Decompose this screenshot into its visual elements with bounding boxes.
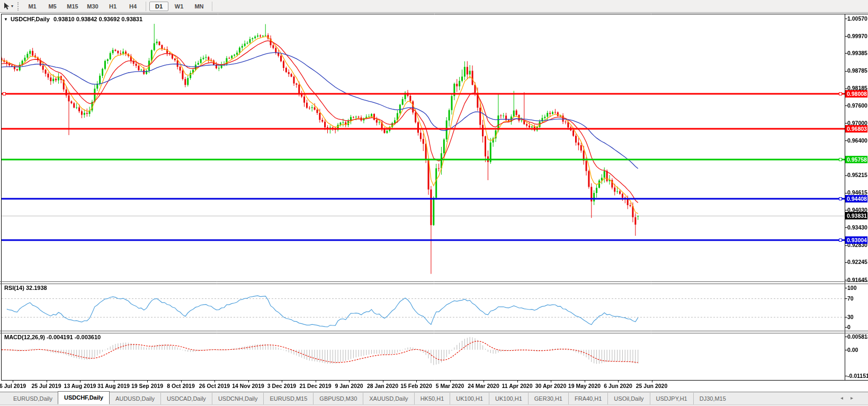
price-tick-label: 0.96400 xyxy=(847,137,868,144)
date-tick-label: 28 Jan 2020 xyxy=(367,383,398,390)
timeframe-button-m1[interactable]: M1 xyxy=(23,2,42,11)
price-line-label: 0.96803 xyxy=(845,125,867,133)
toolbar-separator xyxy=(146,2,146,11)
date-tick-label: 9 Jan 2020 xyxy=(335,383,363,390)
chart-tab-gbpusd-m30[interactable]: GBPUSD,M30 xyxy=(313,393,363,404)
date-tick-label: 19 May 2020 xyxy=(568,383,601,390)
macd-tick-label: 0.00 xyxy=(847,347,868,354)
date-tick-label: 13 Aug 2019 xyxy=(64,383,96,390)
chart-tab-bar: EURUSD,DailyUSDCHF,DailyAUDUSD,DailyUSDC… xyxy=(0,392,868,406)
chart-tab-hk50-h1[interactable]: HK50,H1 xyxy=(414,393,450,404)
timeframe-button-d1[interactable]: D1 xyxy=(149,2,168,11)
chart-tab-eurusd-m15[interactable]: EURUSD,M15 xyxy=(263,393,313,404)
chart-tab-eurusd-daily[interactable]: EURUSD,Daily xyxy=(7,393,58,404)
tab-scroll-arrows: ◂▸ xyxy=(840,395,861,401)
chart-tab-uk100-h1[interactable]: UK100,H1 xyxy=(489,393,528,404)
timeframe-button-w1[interactable]: W1 xyxy=(169,2,189,11)
date-tick-label: 6 Jun 2020 xyxy=(604,383,632,390)
chart-ohlc-values: 0.93810 0.93842 0.93692 0.93831 xyxy=(53,16,142,22)
chart-tab-ger30-h1[interactable]: GER30,H1 xyxy=(528,393,568,404)
chart-tab-usdchf-daily[interactable]: USDCHF,Daily xyxy=(58,391,110,404)
cursor-tool-icon xyxy=(3,2,10,10)
collapse-triangle-icon[interactable]: ▼ xyxy=(4,17,8,22)
chart-canvas[interactable] xyxy=(0,13,868,391)
date-tick-label: 25 Jun 2020 xyxy=(636,383,668,390)
chart-tabs: EURUSD,DailyUSDCHF,DailyAUDUSD,DailyUSDC… xyxy=(0,392,868,405)
timeframe-button-m15[interactable]: M15 xyxy=(63,2,82,11)
mt4-window: ▾ M1M5M15M30H1H4D1W1MN ▼USDCHF,Daily0.93… xyxy=(0,0,868,406)
chart-symbol-period: USDCHF,Daily xyxy=(11,16,50,22)
price-tick-label: 0.99385 xyxy=(847,50,868,57)
chart-cursor-tool-button[interactable]: ▾ xyxy=(0,1,15,12)
chart-title: ▼USDCHF,Daily0.93810 0.93842 0.93692 0.9… xyxy=(4,16,142,22)
dropdown-caret-icon: ▾ xyxy=(11,4,13,8)
price-line-label: 0.98008 xyxy=(845,90,867,98)
date-tick-label: 6 Jul 2019 xyxy=(0,383,26,390)
chart-tab-usdjpy-h1[interactable]: USDJPY,H1 xyxy=(650,393,693,404)
date-tick-label: 11 Apr 2020 xyxy=(502,383,533,390)
price-line-label: 0.94408 xyxy=(845,195,867,202)
price-tick-label: 0.99970 xyxy=(847,33,868,40)
date-tick-label: 30 Apr 2020 xyxy=(535,383,567,390)
toolbar: ▾ M1M5M15M30H1H4D1W1MN xyxy=(0,0,868,13)
price-line-label: 0.93831 xyxy=(845,212,867,219)
timeframe-button-m30[interactable]: M30 xyxy=(83,2,102,11)
date-tick-label: 15 Feb 2020 xyxy=(400,383,432,390)
date-tick-label: 19 Sep 2019 xyxy=(131,383,163,390)
price-line-label: 0.93004 xyxy=(845,236,867,244)
price-tick-label: 0.97600 xyxy=(847,102,868,109)
rsi-indicator-label: RSI(14) 32.1938 xyxy=(4,285,47,291)
macd-indicator-label: MACD(12,26,9) -0.004191 -0.003610 xyxy=(4,334,101,340)
date-tick-label: 25 Jul 2019 xyxy=(31,383,61,390)
chart-tab-xauusd-daily[interactable]: XAUUSD,Daily xyxy=(363,393,414,404)
price-tick-label: 0.92245 xyxy=(847,259,868,266)
date-tick-label: 3 Dec 2019 xyxy=(267,383,296,390)
rsi-tick-label: 70 xyxy=(847,295,868,302)
price-tick-label: 0.95215 xyxy=(847,172,868,179)
chart-tab-usdcnh-daily[interactable]: USDCNH,Daily xyxy=(212,393,264,404)
tabs-scroll-right-icon[interactable]: ▸ xyxy=(851,395,861,401)
date-tick-label: 8 Oct 2019 xyxy=(167,383,195,390)
price-tick-label: 0.98785 xyxy=(847,67,868,74)
timeframe-button-m5[interactable]: M5 xyxy=(43,2,62,11)
toolbar-separator xyxy=(212,2,212,11)
price-tick-label: 1.00570 xyxy=(847,15,868,22)
chart-tab-dj30-m15[interactable]: DJ30,M15 xyxy=(693,393,732,404)
chart-tab-usoil-daily[interactable]: USOil,Daily xyxy=(607,393,649,404)
price-tick-label: 0.91645 xyxy=(847,277,868,284)
date-tick-label: 31 Aug 2019 xyxy=(97,383,130,390)
rsi-tick-label: 100 xyxy=(847,285,868,292)
price-line-label: 0.95758 xyxy=(845,156,867,163)
toolbar-grip-handle[interactable] xyxy=(17,2,19,11)
price-tick-label: 0.93430 xyxy=(847,224,868,231)
chart-tab-audusd-daily[interactable]: AUDUSD,Daily xyxy=(110,393,160,404)
date-tick-label: 24 Mar 2020 xyxy=(468,383,499,390)
date-tick-label: 21 Dec 2019 xyxy=(299,383,331,390)
chart-tab-fra40-h1[interactable]: FRA40,H1 xyxy=(568,393,607,404)
chart-tab-uk100-h1[interactable]: UK100,H1 xyxy=(450,393,489,404)
macd-tick-label: 0.005818 xyxy=(847,333,868,340)
date-tick-label: 5 Mar 2020 xyxy=(436,383,464,390)
timeframe-button-mn[interactable]: MN xyxy=(190,2,209,11)
date-tick-label: 26 Oct 2019 xyxy=(199,383,230,390)
chart-tab-usdcad-daily[interactable]: USDCAD,Daily xyxy=(160,393,212,404)
timeframe-buttons: M1M5M15M30H1H4D1W1MN xyxy=(22,0,215,13)
date-tick-label: 14 Nov 2019 xyxy=(232,383,264,390)
timeframe-button-h1[interactable]: H1 xyxy=(103,2,122,11)
macd-tick-label: -0.011514 xyxy=(847,373,868,379)
rsi-tick-label: 0 xyxy=(847,324,868,331)
timeframe-button-h4[interactable]: H4 xyxy=(123,2,142,11)
tabs-scroll-left-icon[interactable]: ◂ xyxy=(840,395,851,401)
rsi-tick-label: 30 xyxy=(847,314,868,321)
